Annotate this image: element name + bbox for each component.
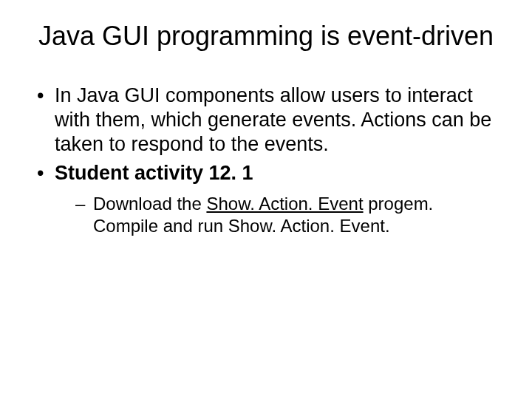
slide: Java GUI programming is event-driven In … [0,0,532,399]
bullet-text-1: In Java GUI components allow users to in… [55,84,491,155]
bullet-item-2: Student activity 12. 1 Download the Show… [35,161,497,237]
bullet-item-1: In Java GUI components allow users to in… [35,83,497,157]
sub-bullet-list: Download the Show. Action. Event progem.… [75,193,497,237]
sub-bullet-item-1: Download the Show. Action. Event progem.… [75,193,497,237]
bullet-list: In Java GUI components allow users to in… [35,83,497,237]
bullet-text-2: Student activity 12. 1 [55,162,253,184]
sub-bullet-pre: Download the [93,194,206,214]
show-action-event-link[interactable]: Show. Action. Event [206,194,363,214]
slide-title: Java GUI programming is event-driven [35,21,497,51]
